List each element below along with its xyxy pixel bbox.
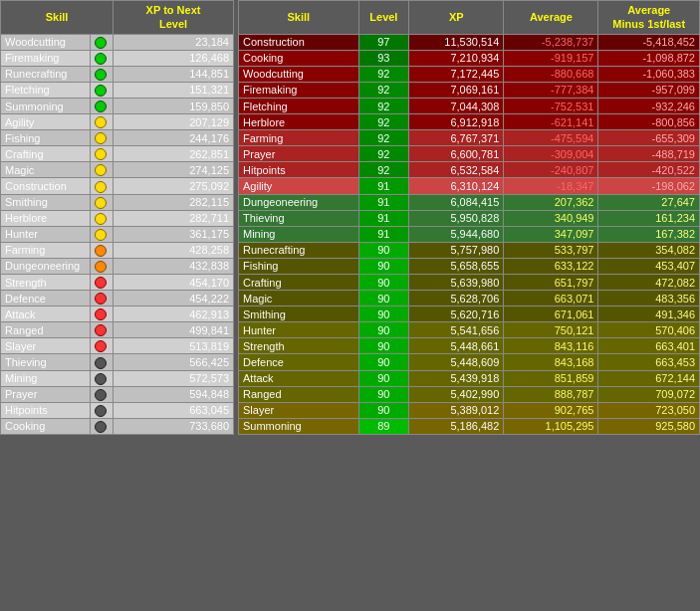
left-skill-name: Strength: [1, 275, 91, 291]
right-avg-value: 347,097: [504, 226, 598, 242]
right-skill-name: Thieving: [239, 210, 359, 226]
right-avgml-value: -1,060,383: [598, 66, 700, 82]
right-level-value: 89: [358, 418, 409, 434]
skill-status-dot: [95, 405, 107, 417]
right-avgml-value: -488,719: [598, 146, 700, 162]
left-table-row: Agility207,129: [1, 114, 234, 130]
right-xp-value: 7,069,161: [409, 82, 504, 98]
right-level-value: 92: [358, 130, 409, 146]
left-table-row: Summoning159,850: [1, 98, 234, 113]
right-avgml-value: 472,082: [598, 275, 700, 291]
right-skill-name: Cooking: [239, 50, 359, 66]
right-table-row: Attack905,439,918851,859672,144: [239, 370, 700, 386]
left-table-row: Crafting262,851: [1, 146, 234, 162]
right-skill-name: Farming: [239, 130, 359, 146]
right-avgml-value: -655,309: [598, 130, 700, 146]
right-table-row: Defence905,448,609843,168663,453: [239, 354, 700, 370]
left-xp-value: 572,573: [114, 370, 234, 386]
right-avgml-header: AverageMinus 1st/last: [598, 1, 700, 35]
left-xp-value: 159,850: [114, 98, 234, 113]
right-skill-name: Fishing: [239, 258, 359, 274]
right-xp-value: 5,658,655: [409, 258, 504, 274]
right-avg-value: -752,531: [504, 98, 598, 113]
right-avg-value: -621,141: [504, 114, 598, 130]
left-table-row: Fletching151,321: [1, 82, 234, 98]
right-table-row: Hunter905,541,656750,121570,406: [239, 322, 700, 338]
right-skill-name: Crafting: [239, 275, 359, 291]
right-avg-value: 902,765: [504, 402, 598, 418]
right-avg-value: 207,362: [504, 194, 598, 210]
skill-status-dot: [95, 389, 107, 401]
right-table-row: Fishing905,658,655633,122453,407: [239, 258, 700, 274]
right-avgml-value: 663,401: [598, 338, 700, 354]
right-skill-name: Attack: [239, 370, 359, 386]
left-xp-header: XP to NextLevel: [114, 1, 234, 35]
right-table-row: Fletching927,044,308-752,531-932,246: [239, 98, 700, 113]
left-skill-name: Fishing: [1, 130, 91, 146]
left-skill-name: Firemaking: [1, 50, 91, 66]
skill-dot-cell: [91, 370, 114, 386]
skill-status-dot: [95, 148, 107, 160]
right-level-value: 90: [358, 258, 409, 274]
skill-dot-cell: [91, 386, 114, 402]
skill-status-dot: [95, 308, 107, 320]
right-xp-value: 6,310,124: [409, 178, 504, 194]
right-level-value: 91: [358, 210, 409, 226]
right-table-row: Cooking937,210,934-919,157-1,098,872: [239, 50, 700, 66]
right-table-row: Crafting905,639,980651,797472,082: [239, 275, 700, 291]
right-avgml-value: 27,647: [598, 194, 700, 210]
left-xp-value: 428,258: [114, 242, 234, 258]
skill-status-dot: [95, 340, 107, 352]
left-table-row: Hunter361,175: [1, 226, 234, 242]
skill-dot-cell: [91, 242, 114, 258]
skill-dot-cell: [91, 226, 114, 242]
left-skill-name: Dungeoneering: [1, 258, 91, 274]
right-avgml-value: 483,356: [598, 291, 700, 306]
right-avg-value: 843,116: [504, 338, 598, 354]
right-avgml-value: -957,099: [598, 82, 700, 98]
right-avgml-value: -1,098,872: [598, 50, 700, 66]
left-table-row: Attack462,913: [1, 306, 234, 322]
right-avg-value: 1,105,295: [504, 418, 598, 434]
right-avgml-value: 491,346: [598, 306, 700, 322]
right-level-value: 92: [358, 82, 409, 98]
right-xp-value: 7,210,934: [409, 50, 504, 66]
right-avg-value: 651,797: [504, 275, 598, 291]
left-xp-value: 566,425: [114, 354, 234, 370]
right-avg-header: Average: [504, 1, 598, 35]
left-table-row: Hitpoints663,045: [1, 402, 234, 418]
right-avgml-value: -5,418,452: [598, 34, 700, 50]
skill-status-dot: [95, 213, 107, 225]
left-skill-name: Thieving: [1, 354, 91, 370]
right-xp-header: XP: [409, 1, 504, 35]
left-xp-value: 207,129: [114, 114, 234, 130]
skill-dot-cell: [91, 418, 114, 434]
left-table-row: Woodcutting23,184: [1, 34, 234, 50]
left-table-row: Fishing244,176: [1, 130, 234, 146]
right-xp-value: 11,530,514: [409, 34, 504, 50]
right-xp-value: 5,950,828: [409, 210, 504, 226]
right-avgml-value: 672,144: [598, 370, 700, 386]
skill-dot-cell: [91, 114, 114, 130]
skill-dot-cell: [91, 322, 114, 338]
right-avgml-value: 663,453: [598, 354, 700, 370]
right-level-value: 90: [358, 338, 409, 354]
right-avgml-value: -420,522: [598, 162, 700, 178]
left-xp-value: 262,851: [114, 146, 234, 162]
right-skills-table: Skill Level XP Average AverageMinus 1st/…: [238, 0, 700, 435]
right-avgml-value: 570,406: [598, 322, 700, 338]
left-xp-value: 499,841: [114, 322, 234, 338]
right-xp-value: 6,532,584: [409, 162, 504, 178]
left-table-row: Defence454,222: [1, 291, 234, 306]
right-level-value: 90: [358, 402, 409, 418]
right-skill-name: Prayer: [239, 146, 359, 162]
right-avgml-value: -932,246: [598, 98, 700, 113]
skill-status-dot: [95, 197, 107, 209]
right-skill-name: Smithing: [239, 306, 359, 322]
right-table-row: Runecrafting905,757,980533,797354,082: [239, 242, 700, 258]
right-level-value: 90: [358, 306, 409, 322]
right-level-value: 90: [358, 275, 409, 291]
left-xp-value: 144,851: [114, 66, 234, 82]
skill-status-dot: [95, 373, 107, 385]
left-table-row: Dungeoneering432,838: [1, 258, 234, 274]
